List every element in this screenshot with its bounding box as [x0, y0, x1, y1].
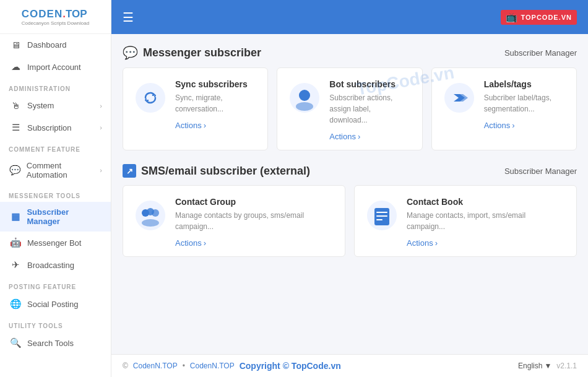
contact-book-actions-link[interactable]: Actions ›: [407, 238, 565, 248]
bot-subscribers-icon: [288, 79, 321, 141]
sync-card-desc: Sync, migrate, conversation...: [175, 92, 256, 115]
topcode-badge: 📺 TOPCODE.VN: [501, 10, 577, 25]
version-text: v2.1.1: [556, 362, 577, 370]
bot-card: Bot subscribers Subscriber actions, assi…: [277, 67, 422, 150]
menu-toggle-icon[interactable]: ☰: [123, 10, 134, 25]
sidebar-item-label: Broadcasting: [27, 261, 74, 270]
sidebar-item-label: Social Posting: [27, 300, 78, 309]
topbar-right: 📺 TOPCODE.VN: [501, 10, 577, 25]
sync-card-content: Sync subscribers Sync, migrate, conversa…: [175, 79, 256, 130]
svg-point-8: [147, 208, 154, 215]
chevron-right-icon: ›: [100, 167, 102, 174]
subscriber-icon: ▦: [9, 211, 22, 222]
contact-group-title: Contact Group: [175, 197, 334, 207]
sidebar-item-import-account[interactable]: ☁ Import Account: [0, 56, 111, 78]
sidebar-item-label: Subscriber Manager: [27, 207, 102, 226]
sidebar-item-label: Dashboard: [27, 40, 67, 50]
section-label-messenger: Messenger Tools: [0, 185, 111, 202]
sidebar-item-messenger-bot[interactable]: 🤖 Messenger Bot: [0, 232, 111, 254]
svg-point-9: [142, 219, 159, 227]
chevron-right-icon: ›: [358, 132, 360, 141]
sync-icon: [134, 79, 166, 130]
bot-actions-link[interactable]: Actions ›: [329, 132, 410, 141]
section-label-comment: Comment Feature: [0, 139, 111, 155]
sidebar-logo: CODEN.TOP Codecanyon Scripts Download: [0, 0, 111, 34]
sms-cards-grid: Contact Group Manage contacts by groups,…: [123, 185, 577, 257]
contact-book-content: Contact Book Manage contacts, import, sm…: [407, 197, 565, 248]
contact-group-actions-link[interactable]: Actions ›: [175, 238, 334, 248]
import-icon: ☁: [9, 61, 22, 72]
sidebar-item-social-posting[interactable]: 🌐 Social Posting: [0, 293, 111, 315]
sidebar-item-system[interactable]: 🖱 System ›: [0, 95, 111, 116]
sidebar-item-label: Comment Automation: [27, 161, 100, 180]
section-label-utility: Utility Tools: [0, 315, 111, 332]
sync-card-title: Sync subscribers: [175, 79, 256, 89]
system-icon: 🖱: [9, 100, 22, 111]
broadcast-icon: ✈: [9, 259, 22, 271]
chevron-right-icon: ›: [100, 102, 102, 110]
social-icon: 🌐: [9, 298, 22, 310]
footer-right: English ▼ v2.1.1: [518, 362, 577, 370]
language-selector[interactable]: English ▼: [518, 362, 551, 370]
sync-actions-link[interactable]: Actions ›: [175, 121, 256, 130]
sidebar-item-label: Search Tools: [27, 339, 74, 348]
bot-card-desc: Subscriber actions, assign label, downlo…: [329, 92, 410, 126]
labels-card-desc: Subcriber label/tags, segmentation...: [484, 92, 565, 115]
sms-section-header: ↗ SMS/email subscriber (external) Subscr…: [123, 164, 577, 178]
footer-coden-link[interactable]: CodenN.TOP: [133, 362, 178, 370]
footer: © CodenN.TOP • CodenN.TOP Copyright © To…: [111, 354, 588, 377]
labels-actions-link[interactable]: Actions ›: [484, 121, 565, 130]
lang-label: English: [518, 362, 542, 370]
svg-point-3: [296, 102, 313, 111]
section-label-admin: Administration: [0, 78, 111, 95]
contact-group-card: Contact Group Manage contacts by groups,…: [123, 185, 345, 257]
main-wrapper: TopCode.vn ☰ 📺 TOPCODE.VN 💬 Messenger su…: [111, 0, 588, 377]
topbar: ☰ 📺 TOPCODE.VN: [111, 0, 588, 34]
contact-book-desc: Manage contacts, import, sms/email campa…: [407, 210, 565, 232]
logo-sub: Codecanyon Scripts Download: [22, 20, 89, 26]
sync-card-body: Sync subscribers Sync, migrate, conversa…: [134, 79, 256, 130]
bot-card-content: Bot subscribers Subscriber actions, assi…: [329, 79, 410, 141]
sidebar-item-dashboard[interactable]: 🖥 Dashboard: [0, 34, 111, 56]
messenger-icon: 💬: [123, 45, 138, 60]
sidebar-item-label: System: [27, 101, 54, 110]
bot-card-body: Bot subscribers Subscriber actions, assi…: [288, 79, 410, 141]
footer-coden2-link[interactable]: CodenN.TOP: [190, 362, 235, 370]
sidebar-section-main: 🖥 Dashboard ☁ Import Account: [0, 34, 111, 78]
messenger-section-title: 💬 Messenger subscriber: [123, 45, 261, 60]
messenger-manager-link[interactable]: Subscriber Manager: [504, 48, 577, 58]
messenger-title-text: Messenger subscriber: [143, 46, 261, 59]
sms-manager-link[interactable]: Subscriber Manager: [504, 167, 577, 176]
lang-dropdown-icon: ▼: [544, 362, 551, 370]
search-icon: 🔍: [9, 337, 22, 349]
labels-card: Labels/tags Subcriber label/tags, segmen…: [431, 67, 577, 150]
topcode-tv-icon: 📺: [506, 12, 518, 23]
comment-icon: 💬: [9, 165, 22, 176]
chevron-right-icon: ›: [512, 121, 514, 130]
svg-point-2: [299, 90, 310, 101]
messenger-section-header: 💬 Messenger subscriber Subscriber Manage…: [123, 45, 577, 60]
sidebar-item-comment-automation[interactable]: 💬 Comment Automation ›: [0, 155, 111, 185]
chevron-right-icon: ›: [435, 238, 438, 248]
sidebar-item-label: Subscription: [27, 123, 72, 132]
svg-point-0: [136, 83, 165, 113]
sms-section-title: ↗ SMS/email subscriber (external): [123, 164, 310, 178]
sidebar-item-subscription[interactable]: ☰ Subscription ›: [0, 116, 111, 139]
labels-card-body: Labels/tags Subcriber label/tags, segmen…: [443, 79, 565, 130]
bot-card-title: Bot subscribers: [329, 79, 410, 89]
labels-card-content: Labels/tags Subcriber label/tags, segmen…: [484, 79, 565, 130]
sms-icon: ↗: [123, 164, 136, 178]
sidebar-item-broadcasting[interactable]: ✈ Broadcasting: [0, 254, 111, 276]
sidebar-item-subscriber-manager[interactable]: ▦ Subscriber Manager: [0, 202, 111, 232]
chevron-right-icon: ›: [100, 124, 102, 131]
contact-book-card: Contact Book Manage contacts, import, sm…: [354, 185, 577, 257]
section-label-posting: Posting Feature: [0, 276, 111, 293]
chevron-right-icon: ›: [204, 121, 206, 130]
sidebar-item-search-tools[interactable]: 🔍 Search Tools: [0, 332, 111, 354]
contact-book-icon: [366, 197, 398, 248]
sidebar-item-label: Messenger Bot: [27, 238, 81, 248]
contact-group-desc: Manage contacts by groups, sms/email cam…: [175, 210, 334, 232]
contact-book-body: Contact Book Manage contacts, import, sm…: [366, 197, 565, 248]
messenger-cards-grid: Sync subscribers Sync, migrate, conversa…: [123, 67, 577, 150]
dashboard-icon: 🖥: [9, 40, 22, 50]
